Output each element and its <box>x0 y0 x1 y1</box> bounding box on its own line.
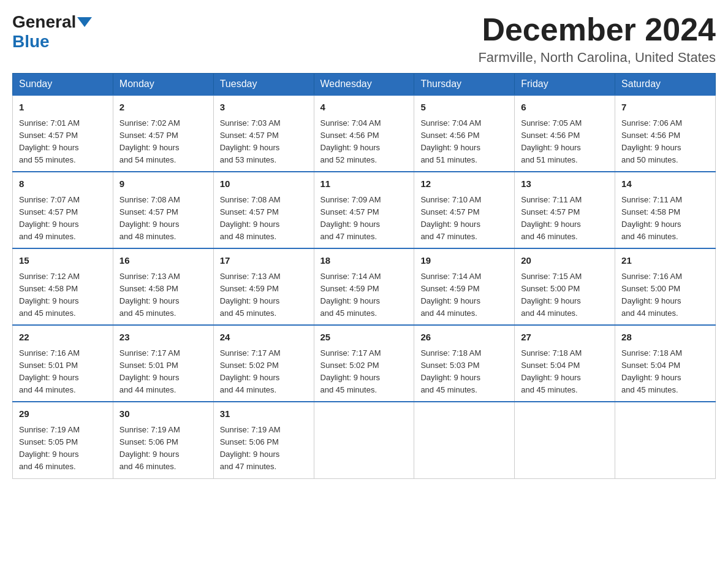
day-info: Sunrise: 7:07 AMSunset: 4:57 PMDaylight:… <box>19 194 107 243</box>
day-info: Sunrise: 7:18 AMSunset: 5:04 PMDaylight:… <box>521 347 609 397</box>
weekday-header-wednesday: Wednesday <box>314 74 414 96</box>
day-info: Sunrise: 7:19 AMSunset: 5:06 PMDaylight:… <box>220 424 308 473</box>
calendar-cell: 12Sunrise: 7:10 AMSunset: 4:57 PMDayligh… <box>414 172 515 248</box>
calendar-cell: 27Sunrise: 7:18 AMSunset: 5:04 PMDayligh… <box>515 325 615 402</box>
page-header: General Blue December 2024 Farmville, No… <box>12 12 716 66</box>
day-number: 8 <box>19 177 107 191</box>
day-number: 2 <box>119 101 207 115</box>
day-number: 9 <box>119 177 207 191</box>
weekday-header-sunday: Sunday <box>13 74 113 96</box>
calendar-cell: 3Sunrise: 7:03 AMSunset: 4:57 PMDaylight… <box>213 95 314 172</box>
month-title: December 2024 <box>478 12 716 47</box>
day-number: 24 <box>220 331 308 345</box>
week-row-2: 8Sunrise: 7:07 AMSunset: 4:57 PMDaylight… <box>13 172 716 248</box>
logo: General Blue <box>12 12 93 52</box>
calendar-cell: 31Sunrise: 7:19 AMSunset: 5:06 PMDayligh… <box>213 402 314 478</box>
day-number: 15 <box>19 254 107 268</box>
calendar-cell: 28Sunrise: 7:18 AMSunset: 5:04 PMDayligh… <box>615 325 716 402</box>
calendar-cell: 7Sunrise: 7:06 AMSunset: 4:56 PMDaylight… <box>615 95 716 172</box>
day-number: 13 <box>521 177 609 191</box>
week-row-1: 1Sunrise: 7:01 AMSunset: 4:57 PMDaylight… <box>13 95 716 172</box>
weekday-header-monday: Monday <box>113 74 213 96</box>
day-number: 29 <box>19 407 107 421</box>
day-info: Sunrise: 7:19 AMSunset: 5:05 PMDaylight:… <box>19 424 107 473</box>
day-number: 1 <box>19 101 107 115</box>
logo-general-text: General <box>12 12 76 32</box>
weekday-header-row: SundayMondayTuesdayWednesdayThursdayFrid… <box>13 74 716 96</box>
calendar-table: SundayMondayTuesdayWednesdayThursdayFrid… <box>12 73 716 478</box>
calendar-cell <box>615 402 716 478</box>
day-info: Sunrise: 7:08 AMSunset: 4:57 PMDaylight:… <box>119 194 207 243</box>
day-info: Sunrise: 7:06 AMSunset: 4:56 PMDaylight:… <box>621 117 709 167</box>
day-info: Sunrise: 7:19 AMSunset: 5:06 PMDaylight:… <box>119 424 207 473</box>
calendar-cell: 19Sunrise: 7:14 AMSunset: 4:59 PMDayligh… <box>414 248 515 325</box>
calendar-cell <box>314 402 414 478</box>
day-info: Sunrise: 7:16 AMSunset: 5:01 PMDaylight:… <box>19 347 107 397</box>
day-info: Sunrise: 7:18 AMSunset: 5:03 PMDaylight:… <box>420 347 508 397</box>
calendar-cell: 15Sunrise: 7:12 AMSunset: 4:58 PMDayligh… <box>13 248 113 325</box>
day-info: Sunrise: 7:17 AMSunset: 5:01 PMDaylight:… <box>119 347 207 397</box>
day-info: Sunrise: 7:13 AMSunset: 4:59 PMDaylight:… <box>220 270 308 320</box>
calendar-cell: 10Sunrise: 7:08 AMSunset: 4:57 PMDayligh… <box>213 172 314 248</box>
calendar-cell: 25Sunrise: 7:17 AMSunset: 5:02 PMDayligh… <box>314 325 414 402</box>
calendar-cell: 9Sunrise: 7:08 AMSunset: 4:57 PMDaylight… <box>113 172 213 248</box>
day-number: 10 <box>220 177 308 191</box>
calendar-cell: 17Sunrise: 7:13 AMSunset: 4:59 PMDayligh… <box>213 248 314 325</box>
day-number: 11 <box>320 177 408 191</box>
day-number: 30 <box>119 407 207 421</box>
day-number: 4 <box>320 101 408 115</box>
weekday-header-tuesday: Tuesday <box>213 74 314 96</box>
day-info: Sunrise: 7:05 AMSunset: 4:56 PMDaylight:… <box>521 117 609 167</box>
calendar-cell: 8Sunrise: 7:07 AMSunset: 4:57 PMDaylight… <box>13 172 113 248</box>
day-number: 28 <box>621 331 709 345</box>
day-info: Sunrise: 7:10 AMSunset: 4:57 PMDaylight:… <box>420 194 508 243</box>
calendar-cell <box>414 402 515 478</box>
logo-arrow-icon <box>77 17 92 27</box>
day-info: Sunrise: 7:17 AMSunset: 5:02 PMDaylight:… <box>320 347 408 397</box>
day-number: 19 <box>420 254 508 268</box>
day-info: Sunrise: 7:02 AMSunset: 4:57 PMDaylight:… <box>119 117 207 167</box>
weekday-header-saturday: Saturday <box>615 74 716 96</box>
calendar-cell: 22Sunrise: 7:16 AMSunset: 5:01 PMDayligh… <box>13 325 113 402</box>
day-info: Sunrise: 7:13 AMSunset: 4:58 PMDaylight:… <box>119 270 207 320</box>
day-number: 20 <box>521 254 609 268</box>
day-number: 7 <box>621 101 709 115</box>
day-number: 12 <box>420 177 508 191</box>
calendar-cell: 4Sunrise: 7:04 AMSunset: 4:56 PMDaylight… <box>314 95 414 172</box>
day-info: Sunrise: 7:04 AMSunset: 4:56 PMDaylight:… <box>320 117 408 167</box>
day-info: Sunrise: 7:11 AMSunset: 4:58 PMDaylight:… <box>621 194 709 243</box>
day-number: 27 <box>521 331 609 345</box>
day-info: Sunrise: 7:09 AMSunset: 4:57 PMDaylight:… <box>320 194 408 243</box>
calendar-cell: 26Sunrise: 7:18 AMSunset: 5:03 PMDayligh… <box>414 325 515 402</box>
title-area: December 2024 Farmville, North Carolina,… <box>478 12 716 66</box>
day-number: 26 <box>420 331 508 345</box>
calendar-cell <box>515 402 615 478</box>
day-info: Sunrise: 7:14 AMSunset: 4:59 PMDaylight:… <box>420 270 508 320</box>
calendar-cell: 14Sunrise: 7:11 AMSunset: 4:58 PMDayligh… <box>615 172 716 248</box>
week-row-5: 29Sunrise: 7:19 AMSunset: 5:05 PMDayligh… <box>13 402 716 478</box>
calendar-cell: 1Sunrise: 7:01 AMSunset: 4:57 PMDaylight… <box>13 95 113 172</box>
day-number: 14 <box>621 177 709 191</box>
weekday-header-thursday: Thursday <box>414 74 515 96</box>
week-row-4: 22Sunrise: 7:16 AMSunset: 5:01 PMDayligh… <box>13 325 716 402</box>
day-info: Sunrise: 7:01 AMSunset: 4:57 PMDaylight:… <box>19 117 107 167</box>
day-info: Sunrise: 7:16 AMSunset: 5:00 PMDaylight:… <box>621 270 709 320</box>
calendar-cell: 11Sunrise: 7:09 AMSunset: 4:57 PMDayligh… <box>314 172 414 248</box>
calendar-cell: 2Sunrise: 7:02 AMSunset: 4:57 PMDaylight… <box>113 95 213 172</box>
calendar-cell: 6Sunrise: 7:05 AMSunset: 4:56 PMDaylight… <box>515 95 615 172</box>
day-info: Sunrise: 7:15 AMSunset: 5:00 PMDaylight:… <box>521 270 609 320</box>
day-info: Sunrise: 7:18 AMSunset: 5:04 PMDaylight:… <box>621 347 709 397</box>
day-info: Sunrise: 7:04 AMSunset: 4:56 PMDaylight:… <box>420 117 508 167</box>
day-info: Sunrise: 7:11 AMSunset: 4:57 PMDaylight:… <box>521 194 609 243</box>
week-row-3: 15Sunrise: 7:12 AMSunset: 4:58 PMDayligh… <box>13 248 716 325</box>
day-number: 22 <box>19 331 107 345</box>
day-number: 16 <box>119 254 207 268</box>
day-info: Sunrise: 7:08 AMSunset: 4:57 PMDaylight:… <box>220 194 308 243</box>
calendar-cell: 30Sunrise: 7:19 AMSunset: 5:06 PMDayligh… <box>113 402 213 478</box>
calendar-cell: 24Sunrise: 7:17 AMSunset: 5:02 PMDayligh… <box>213 325 314 402</box>
day-number: 18 <box>320 254 408 268</box>
weekday-header-friday: Friday <box>515 74 615 96</box>
calendar-cell: 5Sunrise: 7:04 AMSunset: 4:56 PMDaylight… <box>414 95 515 172</box>
day-info: Sunrise: 7:14 AMSunset: 4:59 PMDaylight:… <box>320 270 408 320</box>
calendar-cell: 20Sunrise: 7:15 AMSunset: 5:00 PMDayligh… <box>515 248 615 325</box>
